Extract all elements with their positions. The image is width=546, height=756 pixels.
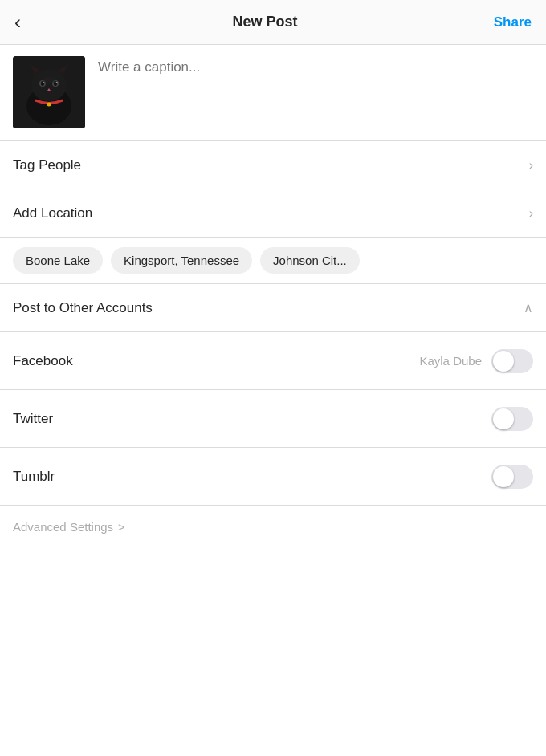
tumblr-label: Tumblr <box>13 469 55 485</box>
advanced-settings-chevron-icon: > <box>118 521 124 534</box>
tumblr-toggle-knob <box>493 466 514 487</box>
add-location-chevron-icon: › <box>529 206 533 221</box>
svg-point-2 <box>31 69 67 101</box>
caption-area <box>0 45 546 141</box>
twitter-toggle-knob <box>493 408 514 429</box>
tag-people-chevron-icon: › <box>529 158 533 173</box>
tag-people-label: Tag People <box>13 157 81 173</box>
tumblr-toggle[interactable] <box>491 465 533 489</box>
twitter-right <box>491 407 533 431</box>
add-location-label: Add Location <box>13 205 92 222</box>
svg-point-15 <box>43 77 55 83</box>
facebook-account: Kayla Dube <box>419 354 482 368</box>
facebook-right: Kayla Dube <box>419 349 533 373</box>
twitter-toggle[interactable] <box>491 407 533 431</box>
cat-image <box>13 56 85 128</box>
page-title: New Post <box>47 14 483 30</box>
caption-input[interactable] <box>98 56 533 91</box>
back-button[interactable]: ‹ <box>14 11 47 34</box>
advanced-settings-label: Advanced Settings <box>13 520 113 534</box>
post-to-other-row[interactable]: Post to Other Accounts ∧ <box>0 284 546 332</box>
post-to-other-chevron-icon: ∧ <box>524 300 533 315</box>
location-chip-1[interactable]: Kingsport, Tennessee <box>111 247 252 274</box>
twitter-row: Twitter <box>0 390 546 448</box>
tumblr-right <box>491 465 533 489</box>
svg-point-14 <box>47 103 51 107</box>
tag-people-row[interactable]: Tag People › <box>0 141 546 189</box>
location-chip-2[interactable]: Johnson Cit... <box>260 247 360 274</box>
header: ‹ New Post Share <box>0 0 546 45</box>
facebook-toggle[interactable] <box>491 349 533 373</box>
facebook-toggle-knob <box>493 351 514 372</box>
facebook-row: Facebook Kayla Dube <box>0 332 546 390</box>
add-location-row[interactable]: Add Location › <box>0 189 546 238</box>
advanced-settings-row[interactable]: Advanced Settings > <box>0 506 546 548</box>
post-thumbnail <box>13 56 85 128</box>
twitter-label: Twitter <box>13 411 53 427</box>
svg-point-12 <box>56 82 58 83</box>
post-to-other-label: Post to Other Accounts <box>13 300 153 316</box>
tumblr-row: Tumblr <box>0 448 546 506</box>
location-chips-container: Boone Lake Kingsport, Tennessee Johnson … <box>0 238 546 284</box>
facebook-label: Facebook <box>13 353 73 369</box>
share-button[interactable]: Share <box>483 14 532 30</box>
location-chip-0[interactable]: Boone Lake <box>13 247 103 274</box>
